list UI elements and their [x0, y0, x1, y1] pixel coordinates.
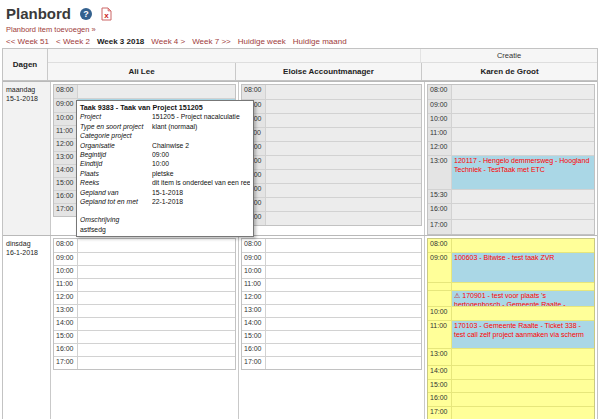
slot-area[interactable]	[266, 239, 421, 252]
time-slot[interactable]: 16:00	[242, 197, 421, 211]
slot-area[interactable]	[266, 85, 421, 99]
slot-area[interactable]	[266, 100, 421, 113]
slot-area[interactable]	[452, 114, 594, 127]
slot-area[interactable]	[266, 344, 421, 356]
slot-area[interactable]	[266, 318, 421, 330]
slot-area[interactable]	[452, 407, 594, 419]
slot-area[interactable]	[78, 253, 235, 265]
time-slot[interactable]: 14:00	[54, 317, 235, 330]
slot-area[interactable]	[78, 279, 235, 291]
time-slot[interactable]: 08:00	[54, 85, 235, 98]
slot-area[interactable]	[78, 85, 235, 98]
slot-area[interactable]	[452, 142, 594, 155]
time-slot[interactable]: 08:00	[242, 239, 421, 252]
weeknav-link-0[interactable]: << Week 51	[6, 37, 49, 46]
slot-area[interactable]	[78, 318, 235, 330]
time-slot[interactable]: 13:00	[428, 348, 594, 365]
slot-area[interactable]	[266, 305, 421, 317]
slot-area[interactable]	[78, 266, 235, 278]
time-slot[interactable]: 08:00	[242, 85, 421, 99]
slot-area[interactable]	[266, 357, 421, 369]
slot-area[interactable]	[452, 85, 594, 99]
slot-area[interactable]	[266, 198, 421, 211]
slot-area[interactable]	[452, 349, 594, 365]
time-slot[interactable]: 15:00	[428, 379, 594, 392]
weeknav-link-6[interactable]: Huidige maand	[293, 37, 347, 46]
weeknav-link-3[interactable]: Week 4 >	[151, 37, 185, 46]
time-slot[interactable]: 14:00	[242, 317, 421, 330]
task-item[interactable]: 100603 - Bitwise - test taak ZVR	[452, 253, 594, 282]
slot-area[interactable]	[266, 184, 421, 197]
time-slot[interactable]: 15:30	[428, 189, 594, 203]
time-slot[interactable]: 12:00	[54, 291, 235, 304]
time-slot[interactable]: 17:00	[242, 211, 421, 225]
time-slot[interactable]: 10:00	[54, 265, 235, 278]
time-slot[interactable]: 08:00	[428, 85, 594, 99]
weeknav-link-5[interactable]: Huidige week	[238, 37, 286, 46]
time-slot[interactable]: 09:00100603 - Bitwise - test taak ZVR	[428, 252, 594, 282]
time-slot[interactable]: 09:00	[242, 99, 421, 113]
slot-area[interactable]	[452, 366, 594, 379]
time-slot[interactable]: 10:00	[428, 113, 594, 127]
time-slot[interactable]: 14:00	[242, 169, 421, 183]
time-slot[interactable]: 13:00	[242, 304, 421, 317]
slot-area[interactable]	[78, 239, 235, 252]
slot-area[interactable]	[452, 204, 594, 219]
slot-area[interactable]	[452, 190, 594, 203]
time-slot[interactable]: 12:00	[242, 141, 421, 155]
slot-area[interactable]	[266, 253, 421, 265]
slot-area[interactable]	[266, 170, 421, 183]
time-slot[interactable]: 12:00	[428, 141, 594, 155]
weeknav-link-4[interactable]: Week 7 >>	[192, 37, 231, 46]
time-slot[interactable]: 08:00	[428, 239, 594, 252]
slot-area[interactable]	[452, 100, 594, 113]
time-slot[interactable]: 13:00	[54, 304, 235, 317]
time-slot[interactable]: 11:00	[242, 278, 421, 291]
time-slot[interactable]: 16:00	[428, 203, 594, 219]
time-slot[interactable]: 09:00	[54, 252, 235, 265]
slot-area[interactable]: 170103 - Gemeente Raalte - Ticket 338 - …	[452, 321, 594, 348]
slot-area[interactable]	[78, 357, 235, 369]
slot-area[interactable]	[266, 114, 421, 127]
time-slot[interactable]: 13:00	[242, 155, 421, 169]
excel-export-icon[interactable]: x	[101, 7, 112, 21]
time-slot[interactable]: 09:00	[428, 99, 594, 113]
time-slot[interactable]: 15:00	[242, 330, 421, 343]
time-slot[interactable]: 17:00	[428, 406, 594, 419]
slot-area[interactable]	[266, 331, 421, 343]
time-slot[interactable]: 11:00	[54, 278, 235, 291]
help-icon[interactable]: ?	[80, 8, 92, 20]
time-slot[interactable]: 16:00	[242, 343, 421, 356]
slot-area[interactable]: ⚠170901 - test voor plaats 's hertogenbo…	[452, 291, 594, 306]
slot-area[interactable]	[78, 331, 235, 343]
slot-area[interactable]	[78, 292, 235, 304]
time-slot[interactable]: 10:00	[428, 306, 594, 320]
add-planbord-item-link[interactable]: Planbord item toevoegen	[6, 25, 89, 34]
slot-area[interactable]	[266, 266, 421, 278]
time-slot[interactable]: 10:00	[242, 113, 421, 127]
time-slot[interactable]: 15:00	[242, 183, 421, 197]
time-slot[interactable]: 12:00	[242, 291, 421, 304]
time-slot[interactable]: ⚠170901 - test voor plaats 's hertogenbo…	[428, 290, 594, 306]
time-slot[interactable]: 11:00170103 - Gemeente Raalte - Ticket 3…	[428, 320, 594, 348]
slot-area[interactable]	[266, 292, 421, 304]
time-slot[interactable]: 11:00	[428, 127, 594, 141]
slot-area[interactable]	[452, 283, 594, 290]
time-slot[interactable]: 08:00	[54, 239, 235, 252]
slot-area[interactable]	[266, 142, 421, 155]
task-item[interactable]: 120117 - Hengelo demmersweg - Hoogland T…	[452, 156, 594, 189]
time-slot[interactable]: 09:00	[242, 252, 421, 265]
slot-area[interactable]	[266, 212, 421, 225]
time-slot[interactable]: 13:00120117 - Hengelo demmersweg - Hoogl…	[428, 155, 594, 189]
slot-area[interactable]: 120117 - Hengelo demmersweg - Hoogland T…	[452, 156, 594, 189]
time-slot[interactable]: 17:00	[242, 356, 421, 369]
slot-area[interactable]	[452, 307, 594, 320]
slot-area[interactable]	[266, 156, 421, 169]
time-slot[interactable]: 16:00	[54, 343, 235, 356]
time-slot[interactable]: 15:00	[54, 330, 235, 343]
slot-area[interactable]	[78, 305, 235, 317]
task-item[interactable]: 170103 - Gemeente Raalte - Ticket 338 - …	[452, 321, 594, 348]
slot-area[interactable]: 100603 - Bitwise - test taak ZVR	[452, 253, 594, 282]
time-slot[interactable]: 16:00	[428, 392, 594, 406]
weeknav-link-1[interactable]: < Week 2	[56, 37, 90, 46]
